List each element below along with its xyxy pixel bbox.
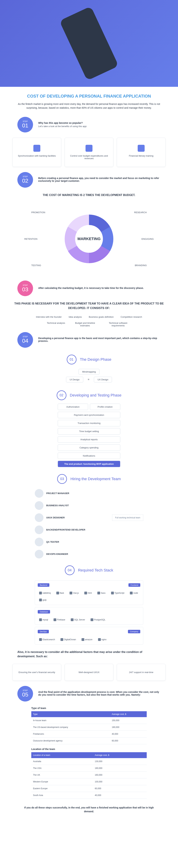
tech-stack: Backend Frontend rabbitmq flask Vue.js h… xyxy=(35,580,143,645)
team-row: BUSINESS ANALYST xyxy=(35,501,143,510)
step-badge-01: STEP 01 xyxy=(18,117,33,132)
table-row: South Asia40,000 xyxy=(31,792,147,799)
tech-item: gulp xyxy=(38,598,48,602)
td: The UK xyxy=(31,772,93,778)
feature-pill: Authorization xyxy=(58,404,88,410)
tech-backend: Backend Frontend rabbitmq flask Vue.js h… xyxy=(35,580,143,605)
discovery-node: Business goals definition xyxy=(89,316,114,318)
tech-icon xyxy=(84,592,87,594)
phase-01-num: 01 xyxy=(67,355,77,364)
td: 60,000 xyxy=(110,737,147,744)
phase-02-title: Developing and Testing Phase xyxy=(70,393,121,398)
discovery-tree: Interview with the founder Idea analysis… xyxy=(18,316,160,327)
tech-item: mysql xyxy=(38,618,49,622)
team-row: UI/UX DESIGNER Full working technical te… xyxy=(35,513,143,522)
step-badge-03: STEP 03 xyxy=(18,281,33,296)
tech-item: SQL Server xyxy=(69,618,86,622)
tech-icon xyxy=(60,638,63,641)
discovery-headline: THIS PHASE IS NECESSARY FOR THE DEVELOPM… xyxy=(10,301,168,310)
step-05: STEP 05 And the final point of the appli… xyxy=(18,686,160,702)
benefit-card: Synchronization with banking facilities xyxy=(12,138,61,167)
td: 150,000 xyxy=(110,717,147,724)
tech-label-db: Database xyxy=(38,610,50,614)
closing-text: If you do all these steps successfully, … xyxy=(21,806,157,813)
avatar xyxy=(35,526,43,534)
step-number: 02 xyxy=(22,178,28,184)
phase-03-num: 03 xyxy=(57,474,67,484)
benefits-row: Synchronization with banking facilities … xyxy=(10,138,168,167)
tech-icon xyxy=(82,638,84,641)
team-location-table: Location of the team Location of a team … xyxy=(31,748,147,799)
avatar xyxy=(35,550,43,558)
avatar xyxy=(35,513,43,522)
step-label: STEP xyxy=(23,176,28,178)
donut-label-engaging: ENGAGING xyxy=(142,238,154,240)
team-row: QA TESTER xyxy=(35,538,143,546)
step-02-desc: Before creating a personal finance app, … xyxy=(38,177,160,182)
td: 180,000 xyxy=(93,765,147,772)
phone-graphic xyxy=(59,6,119,81)
step-badge-02: STEP 02 xyxy=(18,172,33,188)
tech-devops: DevOps Company Elasticsearch DigitalOcea… xyxy=(35,627,143,645)
tech-item: Elasticsearch xyxy=(38,638,56,642)
feature-pill: Notifications xyxy=(58,453,120,459)
step-label: STEP xyxy=(23,120,28,122)
step-badge-04: STEP 04 xyxy=(18,332,33,348)
benefit-text: Control over budget expenditures and rev… xyxy=(68,155,110,160)
factors-row: Ensuring the user's financial security W… xyxy=(10,664,168,681)
tech-icon xyxy=(69,592,72,594)
phase-04-num: 04 xyxy=(65,565,75,575)
tech-icon xyxy=(39,618,42,621)
tech-icon xyxy=(39,592,42,594)
budget-icon xyxy=(86,145,92,152)
tech-item: rabbitmq xyxy=(38,591,52,595)
donut-center-label: MARKETING xyxy=(77,237,100,241)
feature-list: Authorization Profile creation Payment c… xyxy=(18,404,160,467)
benefit-text: Synchronization with banking facilities xyxy=(16,155,58,157)
table-2-title: Location of the team xyxy=(31,748,147,750)
avatar xyxy=(35,489,43,498)
table-1-title: Type of team xyxy=(31,707,147,710)
marketing-headline: THE COST OF MARKETING IS 2 TIMES THE DEV… xyxy=(10,193,168,197)
marketing-donut-chart: MARKETING PROMOTION RESEARCH RETENTION E… xyxy=(10,204,168,274)
tech-item: Vue.js xyxy=(68,591,80,595)
tech-icon xyxy=(39,638,42,641)
feature-pill: Transaction monitoring xyxy=(58,420,120,426)
intro-paragraph: As the fintech market is growing more an… xyxy=(18,102,160,110)
phase-04-title: Required Tech Stack xyxy=(78,568,113,572)
feature-pill: Category spending xyxy=(58,444,120,451)
table-row: Western Europe100,000 xyxy=(31,778,147,785)
tech-item: flask xyxy=(55,591,65,595)
feature-pill: Time budget setting xyxy=(58,428,120,435)
team-role: DEVOPS ENGINEER xyxy=(46,553,68,555)
tech-db: Database mysql Firebase SQL Server Postg… xyxy=(35,607,143,625)
phase-02-num: 02 xyxy=(57,391,66,400)
team-role: PROJECT MANAGER xyxy=(46,492,69,495)
td: 180,000 xyxy=(110,724,147,731)
team-list: PROJECT MANAGER BUSINESS ANALYST UI/UX D… xyxy=(35,489,143,558)
td: The US-based development company xyxy=(31,724,110,731)
tech-icon xyxy=(98,638,101,641)
tech-icon xyxy=(56,592,59,594)
phase-01-title: The Design Phase xyxy=(80,357,112,362)
table-row: Eastern Europe60,000 xyxy=(31,785,147,792)
table-row: In-house team150,000 xyxy=(31,717,147,724)
table-row: Australia130,000 xyxy=(31,758,147,765)
team-role: BUSINESS ANALYST xyxy=(46,504,69,507)
discovery-node: Interview with the founder xyxy=(36,316,62,318)
tech-icon xyxy=(91,618,93,621)
tech-item: Sass xyxy=(96,591,107,595)
team-row: DEVOPS ENGINEER xyxy=(35,550,143,558)
tech-label-backend: Backend xyxy=(38,583,49,587)
factors-headline: Also, it is necessary to consider all th… xyxy=(18,650,160,659)
feature-pill: Profile creation xyxy=(90,404,120,410)
team-type-table: Type of team Type Average cost, $ In-hou… xyxy=(31,707,147,744)
tech-item: TypeScript xyxy=(110,591,126,595)
table-row: Outsource development agency60,000 xyxy=(31,737,147,744)
team-row: BACKEND/FRONTEND DEVELOPER xyxy=(35,526,143,534)
feature-end-pill: The end product: functioning MVP applica… xyxy=(58,461,120,467)
phase-01-header: 01 The Design Phase xyxy=(10,355,168,364)
hero-illustration xyxy=(0,0,178,87)
tech-icon xyxy=(54,618,56,621)
step-number: 05 xyxy=(22,691,28,698)
